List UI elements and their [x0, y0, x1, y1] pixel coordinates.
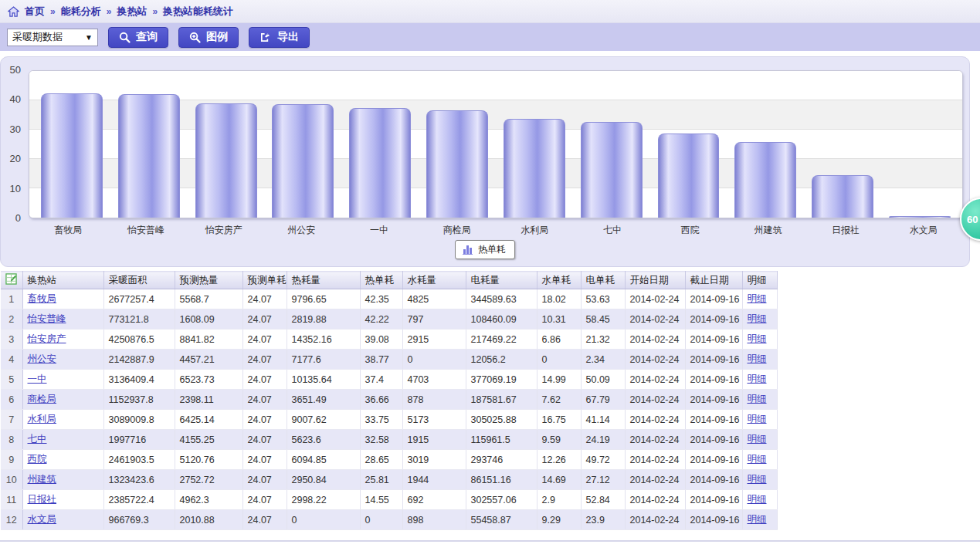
detail-link[interactable]: 明细	[748, 293, 767, 304]
home-icon[interactable]	[8, 6, 19, 17]
bar[interactable]	[504, 119, 565, 218]
bar[interactable]	[889, 216, 951, 218]
column-header[interactable]: 水单耗	[537, 272, 581, 289]
station-link[interactable]: 水文局	[28, 514, 57, 525]
bar[interactable]	[658, 134, 720, 218]
bar-slot	[110, 71, 188, 218]
table-row[interactable]: 1畜牧局2677257.45568.724.079796.6542.354825…	[1, 289, 777, 309]
station-link[interactable]: 日报社	[28, 494, 57, 505]
column-header[interactable]: 截止日期	[685, 272, 742, 289]
data-cell: 41.14	[581, 410, 625, 430]
station-link[interactable]: 商检局	[28, 394, 57, 404]
grid-edit-icon[interactable]	[1, 272, 22, 289]
column-header[interactable]: 电耗量	[466, 272, 537, 289]
detail-link[interactable]: 明细	[748, 374, 767, 384]
detail-link[interactable]: 明细	[748, 353, 767, 364]
bar[interactable]	[118, 94, 180, 218]
table-row[interactable]: 7水利局3089009.86425.1424.079007.6233.75517…	[1, 410, 777, 430]
column-header[interactable]: 明细	[742, 272, 777, 289]
legend-button[interactable]: 图例	[178, 27, 239, 48]
table-row[interactable]: 4州公安2142887.94457.2124.077177.638.770120…	[1, 350, 777, 370]
data-cell: 0	[537, 350, 581, 370]
table-row[interactable]: 3怡安房产4250876.58841.8224.0714352.1639.082…	[1, 330, 777, 350]
data-cell: 2385722.4	[103, 490, 175, 510]
query-button[interactable]: 查询	[108, 27, 168, 48]
table-row[interactable]: 8七中19977164155.2524.075623.632.581915115…	[1, 430, 777, 450]
station-link[interactable]: 畜牧局	[28, 293, 57, 304]
table-row[interactable]: 6商检局1152937.82398.1124.073651.4936.66878…	[1, 390, 777, 410]
data-cell: 32.58	[360, 430, 402, 450]
column-header[interactable]: 热耗量	[287, 272, 360, 289]
footer-divider	[0, 540, 980, 542]
bar[interactable]	[349, 108, 411, 218]
table-row[interactable]: 11日报社2385722.44962.324.072998.2214.55692…	[1, 490, 777, 510]
bar[interactable]	[195, 103, 257, 218]
bar-slot	[188, 71, 265, 218]
station-cell: 怡安房产	[22, 330, 103, 350]
data-cell: 2014-02-24	[625, 410, 685, 430]
detail-link[interactable]: 明细	[748, 394, 767, 404]
column-header[interactable]: 热单耗	[360, 272, 402, 289]
station-link[interactable]: 一中	[28, 374, 47, 384]
station-link[interactable]: 七中	[28, 434, 47, 445]
column-header[interactable]: 换热站	[22, 272, 103, 289]
bar[interactable]	[734, 142, 796, 218]
export-button[interactable]: 导出	[249, 27, 310, 48]
station-link[interactable]: 州建筑	[28, 474, 57, 485]
column-header[interactable]: 采暖面积	[103, 272, 175, 289]
period-select[interactable]: 采暖期数据 ▼	[7, 29, 98, 46]
data-cell: 9.59	[537, 430, 581, 450]
column-header[interactable]: 预测单耗	[242, 272, 287, 289]
data-cell: 2014-02-24	[625, 370, 685, 390]
detail-cell: 明细	[742, 330, 777, 350]
detail-cell: 明细	[742, 510, 777, 530]
breadcrumb-separator: »	[107, 6, 112, 17]
detail-link[interactable]: 明细	[748, 434, 767, 445]
bar[interactable]	[812, 175, 873, 218]
chart-legend[interactable]: 热单耗	[455, 240, 515, 259]
zoom-in-icon	[189, 32, 201, 43]
heat-unit-consumption-chart: 50403020100 畜牧局怡安普峰怡安房产州公安一中商检局水利局七中西院州建…	[0, 56, 970, 267]
detail-link[interactable]: 明细	[748, 454, 767, 465]
data-cell: 1915	[402, 430, 466, 450]
bar[interactable]	[272, 104, 334, 218]
table-row[interactable]: 9西院2461903.55120.7624.076094.8528.653019…	[1, 450, 777, 470]
x-axis-label: 水文局	[884, 224, 962, 237]
table-row[interactable]: 5一中3136409.46523.7324.0710135.6437.44703…	[1, 370, 777, 390]
data-cell: 2014-09-16	[685, 510, 742, 530]
station-link[interactable]: 怡安房产	[28, 333, 66, 344]
station-cell: 西院	[22, 450, 103, 470]
detail-link[interactable]: 明细	[748, 414, 767, 424]
station-link[interactable]: 州公安	[28, 353, 57, 364]
detail-link[interactable]: 明细	[748, 313, 767, 324]
row-number: 4	[1, 350, 22, 370]
y-tick-label: 0	[15, 212, 21, 224]
bar-slot	[727, 71, 804, 218]
table-row[interactable]: 2怡安普峰773121.81608.0924.072819.8842.22797…	[1, 309, 777, 330]
detail-link[interactable]: 明细	[748, 333, 767, 344]
breadcrumb-item-station[interactable]: 换热站	[117, 5, 147, 19]
station-cell: 日报社	[22, 490, 103, 510]
bar[interactable]	[426, 110, 488, 218]
detail-link[interactable]: 明细	[748, 514, 767, 525]
data-cell: 2014-09-16	[685, 430, 742, 450]
data-cell: 2.9	[537, 490, 581, 510]
column-header[interactable]: 水耗量	[402, 272, 466, 289]
detail-link[interactable]: 明细	[748, 494, 767, 505]
bar[interactable]	[41, 93, 103, 218]
table-row[interactable]: 10州建筑1323423.62752.7224.072950.8425.8119…	[1, 470, 777, 490]
breadcrumb-home[interactable]: 首页	[25, 5, 45, 19]
data-cell: 6523.73	[175, 370, 242, 390]
column-header[interactable]: 预测热量	[175, 272, 242, 289]
table-row[interactable]: 12水文局966769.32010.8824.070089855458.879.…	[1, 510, 777, 530]
data-cell: 2.34	[581, 350, 625, 370]
column-header[interactable]: 电单耗	[581, 272, 625, 289]
station-link[interactable]: 西院	[28, 454, 47, 465]
column-header[interactable]: 开始日期	[625, 272, 685, 289]
detail-link[interactable]: 明细	[748, 474, 767, 485]
breadcrumb-item-energy-analysis[interactable]: 能耗分析	[61, 5, 101, 19]
station-link[interactable]: 水利局	[28, 414, 57, 424]
station-cell: 州建筑	[22, 470, 103, 490]
station-link[interactable]: 怡安普峰	[28, 313, 66, 324]
bar[interactable]	[581, 122, 643, 218]
